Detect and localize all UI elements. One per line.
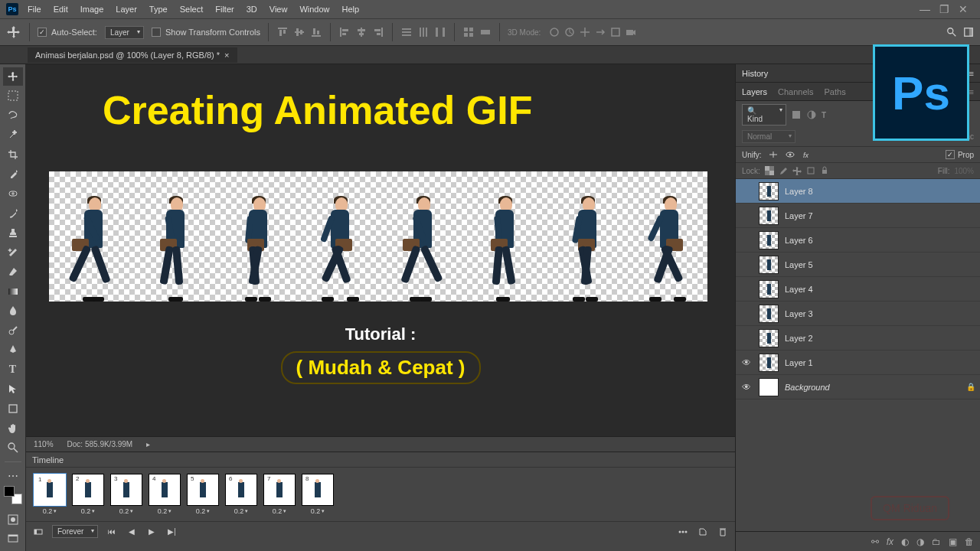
brush-tool[interactable]: [3, 204, 23, 223]
filter-type-icon[interactable]: T: [822, 111, 826, 119]
filter-adjust-icon[interactable]: [806, 109, 817, 120]
minimize-button[interactable]: —: [920, 3, 930, 15]
visibility-toggle[interactable]: 👁: [740, 357, 753, 368]
delete-frame-button[interactable]: [717, 526, 729, 538]
lasso-tool[interactable]: [3, 106, 23, 125]
menu-file[interactable]: File: [21, 2, 47, 17]
search-icon[interactable]: [946, 27, 957, 37]
menu-image[interactable]: Image: [74, 2, 110, 17]
first-frame-button[interactable]: ⏮: [106, 526, 118, 538]
auto-align-icon[interactable]: [462, 26, 475, 38]
prev-frame-button[interactable]: ◀: [126, 526, 138, 538]
zoom-tool[interactable]: [3, 439, 23, 457]
menu-3d[interactable]: 3D: [240, 2, 263, 17]
distribute-h-icon[interactable]: [434, 26, 446, 38]
lock-artboard-icon[interactable]: [806, 166, 815, 175]
timeline-frame[interactable]: 10.2: [34, 474, 66, 515]
timeline-frame[interactable]: 50.2: [187, 474, 219, 515]
layer-fx-icon[interactable]: fx: [887, 536, 893, 547]
3d-orbit-icon[interactable]: [548, 26, 560, 38]
auto-select-checkbox[interactable]: Auto-Select:: [38, 28, 97, 37]
hand-tool[interactable]: [3, 419, 23, 438]
3d-scale-icon[interactable]: [609, 26, 622, 38]
path-select-tool[interactable]: [3, 380, 23, 399]
canvas[interactable]: Creating Animated GIF: [26, 64, 735, 436]
layer-item[interactable]: Layer 7: [736, 204, 980, 228]
eyedropper-tool[interactable]: [3, 165, 23, 184]
align-left-icon[interactable]: [338, 26, 351, 38]
timeline-frame[interactable]: 60.2: [225, 474, 257, 515]
filter-kind-dropdown[interactable]: 🔍Kind: [742, 104, 786, 126]
3d-slide-icon[interactable]: [594, 26, 606, 38]
distribute-v-icon[interactable]: [417, 26, 430, 38]
layer-item[interactable]: Layer 4: [736, 277, 980, 302]
menu-help[interactable]: Help: [336, 2, 366, 17]
new-layer-icon[interactable]: ▣: [949, 536, 957, 547]
menu-edit[interactable]: Edit: [47, 2, 74, 17]
link-layers-icon[interactable]: ⚯: [871, 536, 879, 547]
maximize-button[interactable]: ❐: [939, 3, 949, 15]
new-group-icon[interactable]: 🗀: [932, 536, 941, 547]
move-tool[interactable]: [3, 67, 23, 86]
type-tool[interactable]: T: [3, 360, 23, 379]
status-arrow-icon[interactable]: ▸: [146, 440, 150, 448]
color-swatches[interactable]: [4, 486, 22, 504]
3d-camera-icon[interactable]: [625, 26, 637, 38]
menu-window[interactable]: Window: [293, 2, 335, 17]
timeline-frame[interactable]: 30.2: [110, 474, 142, 515]
filter-pixel-icon[interactable]: [791, 109, 802, 120]
layer-item[interactable]: Layer 2: [736, 326, 980, 350]
marquee-tool[interactable]: [3, 87, 23, 106]
align-right-icon[interactable]: [372, 26, 384, 38]
foreground-swatch[interactable]: [4, 486, 15, 497]
close-tab-icon[interactable]: ×: [224, 51, 229, 60]
menu-select[interactable]: Select: [174, 2, 210, 17]
layer-item[interactable]: Layer 8: [736, 179, 980, 204]
3d-pan-icon[interactable]: [579, 26, 591, 38]
lock-pixels-icon[interactable]: [779, 166, 788, 175]
blur-tool[interactable]: [3, 302, 23, 321]
new-fill-icon[interactable]: ◑: [916, 536, 924, 547]
timeline-convert-icon[interactable]: [32, 526, 44, 538]
menu-view[interactable]: View: [263, 2, 294, 17]
propagate-checkbox[interactable]: Prop: [946, 150, 974, 159]
layer-item[interactable]: 👁 Layer 1: [736, 350, 980, 375]
visibility-toggle[interactable]: 👁: [740, 382, 753, 393]
history-brush-tool[interactable]: [3, 243, 23, 262]
close-button[interactable]: ✕: [959, 3, 968, 15]
layer-mask-icon[interactable]: ◐: [901, 536, 909, 547]
edit-toolbar-icon[interactable]: ⋯: [3, 467, 23, 485]
timeline-frame[interactable]: 40.2: [149, 474, 181, 515]
timeline-frame[interactable]: 20.2: [72, 474, 104, 515]
3d-roll-icon[interactable]: [564, 26, 576, 38]
document-tab[interactable]: Animasi berjalan.psd @ 100% (Layer 8, RG…: [28, 47, 237, 63]
layer-item[interactable]: Layer 6: [736, 228, 980, 253]
panel-menu-icon[interactable]: ≡: [969, 69, 974, 78]
panel-menu-icon[interactable]: ≡: [969, 87, 974, 96]
new-frame-button[interactable]: [697, 526, 709, 538]
unify-position-icon[interactable]: [768, 150, 779, 159]
tab-paths[interactable]: Paths: [825, 87, 846, 96]
align-top-icon[interactable]: [276, 26, 289, 38]
tab-channels[interactable]: Channels: [778, 87, 813, 96]
screen-mode-icon[interactable]: [3, 530, 23, 549]
menu-layer[interactable]: Layer: [109, 2, 143, 17]
layer-item[interactable]: Layer 5: [736, 253, 980, 277]
layer-item[interactable]: 👁 Background 🔒: [736, 375, 980, 399]
delete-layer-icon[interactable]: 🗑: [965, 536, 974, 547]
zoom-level[interactable]: 110%: [34, 440, 54, 448]
crop-tool[interactable]: [3, 145, 23, 164]
layer-item[interactable]: Layer 3: [736, 302, 980, 326]
tab-history[interactable]: History: [742, 69, 768, 78]
tab-layers[interactable]: Layers: [742, 87, 767, 96]
workspace-switcher-icon[interactable]: [963, 27, 974, 37]
next-frame-button[interactable]: ▶|: [165, 526, 178, 538]
shape-tool[interactable]: [3, 399, 23, 418]
auto-select-target-dropdown[interactable]: Layer: [105, 26, 144, 39]
align-vcenter-icon[interactable]: [293, 26, 305, 38]
gradient-tool[interactable]: [3, 282, 23, 301]
timeline-frame[interactable]: 70.2: [263, 474, 296, 515]
align-bottom-icon[interactable]: [310, 26, 322, 38]
unify-style-icon[interactable]: fx: [802, 150, 812, 159]
quick-mask-icon[interactable]: [3, 510, 23, 529]
